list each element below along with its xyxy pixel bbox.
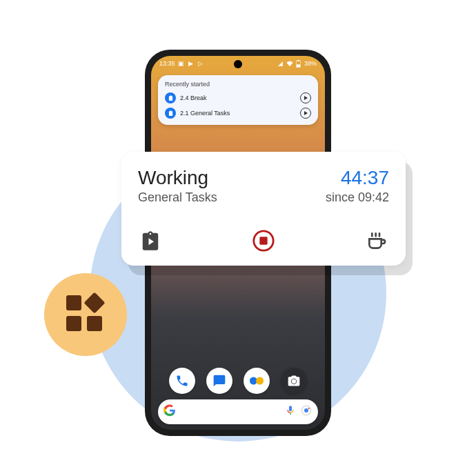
phone-app-icon[interactable] xyxy=(169,368,195,394)
tracker-app-icon[interactable] xyxy=(244,368,270,394)
card-subtitle: General Tasks xyxy=(138,190,217,205)
recent-widget[interactable]: Recently started 2.4 Break 2.1 General T… xyxy=(158,75,318,125)
google-logo-icon xyxy=(163,404,176,419)
svg-point-9 xyxy=(292,379,297,384)
timer-card: Working General Tasks 44:37 since 09:42 xyxy=(121,152,406,266)
svg-rect-2 xyxy=(298,60,300,61)
clipboard-play-button[interactable] xyxy=(138,228,163,253)
status-battery-icon xyxy=(295,60,302,67)
coffee-break-button[interactable] xyxy=(364,228,389,253)
widgets-icon xyxy=(66,295,105,334)
lens-icon[interactable] xyxy=(300,404,313,419)
recent-widget-title: Recently started xyxy=(165,81,311,88)
status-youtube-icon: ▶ xyxy=(188,60,195,67)
camera-hole xyxy=(234,60,242,68)
svg-point-12 xyxy=(308,408,310,409)
play-icon[interactable] xyxy=(300,108,311,119)
recent-item[interactable]: 2.1 General Tasks xyxy=(165,106,311,121)
camera-app-icon[interactable] xyxy=(281,368,307,394)
widgets-badge xyxy=(44,273,127,356)
search-bar[interactable] xyxy=(158,399,318,424)
svg-rect-1 xyxy=(297,64,300,67)
status-time: 13:35 xyxy=(159,60,175,67)
status-wifi-icon xyxy=(286,60,293,67)
svg-point-8 xyxy=(256,377,264,385)
task-icon xyxy=(165,108,176,119)
status-signal-icon: ◢ xyxy=(277,60,284,67)
dock xyxy=(151,368,325,394)
svg-rect-3 xyxy=(168,96,172,101)
svg-rect-4 xyxy=(170,95,171,97)
mic-icon[interactable] xyxy=(285,405,296,419)
card-title: Working xyxy=(138,167,217,189)
play-icon[interactable] xyxy=(300,92,311,103)
recent-item[interactable]: 2.4 Break xyxy=(165,90,311,106)
messages-app-icon[interactable] xyxy=(206,368,232,394)
recent-item-label: 2.4 Break xyxy=(180,95,296,101)
svg-rect-5 xyxy=(168,111,172,116)
task-icon xyxy=(165,92,176,103)
svg-rect-6 xyxy=(170,110,171,112)
status-app-icon: ▣ xyxy=(178,60,185,67)
svg-rect-14 xyxy=(259,237,267,244)
card-elapsed: 44:37 xyxy=(326,167,389,189)
recent-item-label: 2.1 General Tasks xyxy=(180,110,296,117)
card-since: since 09:42 xyxy=(326,190,389,205)
status-cast-icon: ▷ xyxy=(197,60,204,67)
status-battery-text: 38% xyxy=(304,60,317,67)
stop-button[interactable] xyxy=(251,228,276,253)
svg-point-11 xyxy=(304,408,308,413)
